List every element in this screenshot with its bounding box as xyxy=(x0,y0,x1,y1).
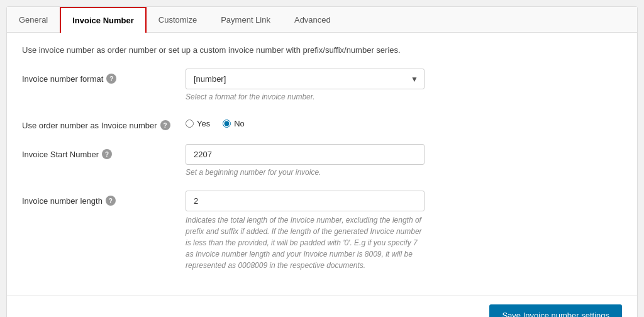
start-number-field: Set a beginning number for your invoice. xyxy=(186,144,622,177)
invoice-format-select[interactable]: [number] [prefix][number] [prefix][numbe… xyxy=(186,69,425,89)
use-order-number-field: Yes No xyxy=(186,115,622,128)
radio-group-order-number: Yes No xyxy=(186,115,622,128)
radio-yes[interactable] xyxy=(186,120,194,128)
start-number-hint: Set a beginning number for your invoice. xyxy=(186,168,622,177)
invoice-format-label: Invoice number format ? xyxy=(22,69,186,84)
number-length-row: Invoice number length ? Indicates the to… xyxy=(22,191,622,271)
number-length-label: Invoice number length ? xyxy=(22,191,186,206)
page-wrapper: General Invoice Number Customize Payment… xyxy=(0,0,644,317)
tab-payment-link[interactable]: Payment Link xyxy=(209,7,282,33)
settings-card: General Invoice Number Customize Payment… xyxy=(6,6,638,317)
tab-content: Use invoice number as order number or se… xyxy=(7,33,637,317)
invoice-format-help-icon[interactable]: ? xyxy=(106,74,116,84)
radio-yes-label[interactable]: Yes xyxy=(186,119,210,128)
save-button[interactable]: Save Invoice number settings xyxy=(489,304,622,317)
invoice-format-row: Invoice number format ? [number] [prefix… xyxy=(22,69,622,101)
tab-general[interactable]: General xyxy=(7,7,60,33)
radio-no[interactable] xyxy=(223,120,231,128)
invoice-format-select-wrapper: [number] [prefix][number] [prefix][numbe… xyxy=(186,69,425,89)
invoice-format-hint: Select a format for the invoice number. xyxy=(186,92,622,101)
radio-no-label[interactable]: No xyxy=(223,119,245,128)
use-order-number-help-icon[interactable]: ? xyxy=(160,120,170,130)
section-description: Use invoice number as order number or se… xyxy=(22,45,622,55)
start-number-label: Invoice Start Number ? xyxy=(22,144,186,159)
start-number-input[interactable] xyxy=(186,144,425,165)
tab-invoice-number[interactable]: Invoice Number xyxy=(60,7,147,33)
start-number-help-icon[interactable]: ? xyxy=(102,149,112,159)
use-order-number-row: Use order number as Invoice number ? Yes… xyxy=(22,115,622,130)
number-length-hint: Indicates the total length of the Invoic… xyxy=(186,214,425,271)
tab-bar: General Invoice Number Customize Payment… xyxy=(7,7,637,33)
tab-advanced[interactable]: Advanced xyxy=(282,7,343,33)
use-order-number-label: Use order number as Invoice number ? xyxy=(22,115,186,130)
number-length-field: Indicates the total length of the Invoic… xyxy=(186,191,622,271)
tab-customize[interactable]: Customize xyxy=(147,7,209,33)
card-footer: Save Invoice number settings xyxy=(7,295,637,317)
number-length-input[interactable] xyxy=(186,191,425,211)
start-number-row: Invoice Start Number ? Set a beginning n… xyxy=(22,144,622,177)
number-length-help-icon[interactable]: ? xyxy=(106,196,116,206)
invoice-format-field: [number] [prefix][number] [prefix][numbe… xyxy=(186,69,622,101)
